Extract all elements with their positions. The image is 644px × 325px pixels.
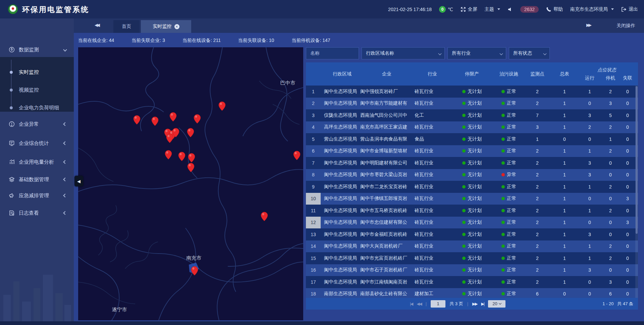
table-cell: 2 — [578, 121, 601, 133]
status-dot-green — [462, 102, 466, 105]
table-row[interactable]: 10阆中生态环境局阆中千佛镇五郎垭页岩砖瓦行业无计划正常21003 — [306, 193, 638, 205]
table-cell: 阆中强锐页岩砖厂 — [360, 86, 413, 98]
sidebar-item-base-data[interactable]: 基础数据管理 — [0, 172, 74, 187]
table-cell: 无计划 — [450, 228, 494, 240]
column-header-company: 企业 — [360, 62, 413, 86]
column-header-stop: 停机 — [601, 74, 620, 86]
alarm-count-badge[interactable]: 2632 — [520, 6, 539, 13]
table-row[interactable]: 2阆中生态环境局阆中市南方节能建材有砖瓦行业无计划正常21030 — [306, 98, 638, 110]
region-select[interactable]: 行政区域名称 — [362, 47, 445, 59]
table-row[interactable]: 3仪陇生态环境局西南油气田分公司川中化工无计划正常71350 — [306, 109, 638, 121]
next-page-icon[interactable]: ▶▶ — [472, 302, 477, 306]
table-cell: 阆中市江南镇阆南页岩 — [360, 276, 413, 288]
status-dot-green — [462, 161, 466, 165]
skyline-watermark — [0, 261, 74, 325]
table-cell: 阆中市二龙长宝页岩砖 — [360, 181, 413, 193]
map-panel[interactable]: 巴中市南充市遂宁市 — [78, 47, 303, 320]
sidebar-item-enterprise-abnormal[interactable]: 企业异常 — [0, 116, 74, 132]
table-row[interactable]: 8阆中生态环境局阆中市枣碧大梁山页岩砖瓦行业无计划异常21300 — [306, 169, 638, 181]
table-row[interactable]: 9阆中生态环境局阆中市二龙长宝页岩砖砖瓦行业无计划正常21120 — [306, 181, 638, 193]
table-cell: 正常 — [494, 217, 524, 229]
table-cell: 正常 — [494, 133, 524, 145]
table-cell: 无计划 — [450, 217, 494, 229]
table-row[interactable]: 17阆中生态环境局阆中市江南镇阆南页岩砖瓦行业无计划正常21030 — [306, 276, 638, 288]
table-cell: 1 — [551, 205, 578, 217]
table-cell: 南部生态环境局 — [321, 288, 360, 298]
table-row[interactable]: 15阆中生态环境局阆中市光富页岩机砖厂砖瓦行业无计划正常21120 — [306, 252, 638, 264]
table-row[interactable]: 5营山生态环境局营山县润丰肉食品有限食品无计划正常10010 — [306, 133, 638, 145]
table-cell: 营山县润丰肉食品有限 — [360, 133, 413, 145]
total-text: 共 47 条 — [617, 301, 633, 306]
fullscreen-button[interactable]: 全屏 — [461, 6, 477, 12]
table-row[interactable]: 7阆中生态环境局阆中明阳建材有限公司砖瓦行业无计划正常21300 — [306, 157, 638, 169]
table-row[interactable]: 4高坪生态环境局南充市高坪区王家店建砖瓦行业无计划正常31220 — [306, 121, 638, 133]
table-cell: 砖瓦行业 — [413, 98, 450, 110]
table-row[interactable]: 14阆中生态环境局阆中大兴页岩机砖厂砖瓦行业无计划正常21120 — [306, 240, 638, 253]
scrollbar-thumb[interactable] — [636, 86, 638, 234]
sidebar-item-power-load-detail[interactable]: 企业电力负荷明细 — [0, 104, 74, 112]
tabs-scroll-right-icon[interactable]: ▶▶ — [586, 22, 590, 28]
page-size-select[interactable]: 20 — [488, 300, 505, 308]
sidebar-item-enterprise-statistics[interactable]: 企业综合统计 — [0, 136, 74, 151]
table-cell: 建材加工 — [413, 288, 450, 298]
table-row[interactable]: 16阆中生态环境局阆中市石子页岩机砖厂砖瓦行业无计划正常21300 — [306, 264, 638, 276]
close-operations-button[interactable]: 关闭操作 — [616, 23, 635, 29]
sidebar-item-data-monitoring[interactable]: 数据监测 — [0, 42, 74, 57]
table-cell: 3 — [620, 217, 635, 229]
sidebar-item-realtime-monitoring[interactable]: 实时监控 — [0, 68, 74, 76]
chevron-left-icon — [63, 194, 67, 197]
org-dropdown[interactable]: 南充市生态环境局 — [570, 6, 614, 12]
table-cell: 阆中市枣碧大梁山页岩 — [360, 169, 413, 181]
industry-select[interactable]: 所有行业 — [447, 47, 506, 59]
table-row[interactable]: 12阆中生态环境局阆中市忠信建材有限公砖瓦行业无计划正常21003 — [306, 217, 638, 229]
table-cell: 16 — [306, 264, 321, 276]
table-cell: 砖瓦行业 — [413, 193, 450, 205]
table-cell: 0 — [601, 193, 620, 205]
range-text: 1 - 20 — [602, 301, 613, 306]
status-select[interactable]: 所有状态 — [509, 47, 550, 59]
sidebar-item-power-analysis[interactable]: 企业用电量分析 — [0, 154, 74, 170]
bullet-dot-icon — [10, 106, 13, 109]
table-cell: 阆中市南方节能建材有 — [360, 98, 413, 110]
sidebar-item-label: 数据监测 — [19, 47, 39, 53]
help-button[interactable]: 帮助 — [546, 6, 563, 12]
name-search-input[interactable]: 名称 — [306, 47, 359, 59]
tab-close-icon[interactable]: ✕ — [174, 24, 179, 29]
table-row[interactable]: 11阆中生态环境局阆中市五马桥页岩机砖砖瓦行业无计划正常21120 — [306, 205, 638, 217]
tabs-scroll-left-icon[interactable]: ◀◀ — [95, 22, 99, 28]
table-row[interactable]: 6阆中生态环境局阆中市金博瑞新型墙材砖瓦行业无计划正常21120 — [306, 145, 638, 157]
table-scrollbar[interactable] — [635, 86, 638, 298]
table-cell: 15 — [306, 252, 321, 264]
logout-button[interactable]: 退出 — [621, 6, 638, 12]
table-cell: 13 — [306, 228, 321, 240]
tab-label: 实时监控 — [153, 23, 172, 30]
sidebar-item-log-view[interactable]: 日志查看 — [0, 205, 74, 221]
table-cell: 2 — [524, 193, 551, 205]
sound-button[interactable] — [507, 7, 513, 12]
table-body: 1阆中生态环境局阆中强锐页岩砖厂砖瓦行业无计划正常211202阆中生态环境局阆中… — [306, 86, 638, 298]
prev-page-icon[interactable]: ◀◀ — [417, 302, 421, 306]
table-cell: 6 — [601, 288, 620, 298]
table-row[interactable]: 1阆中生态环境局阆中强锐页岩砖厂砖瓦行业无计划正常21120 — [306, 86, 638, 98]
status-dot-green — [501, 209, 505, 212]
table-row[interactable]: 13阆中生态环境局阆中市金福旺页岩机砖砖瓦行业无计划正常21300 — [306, 228, 638, 240]
page-number-input[interactable]: 1 — [431, 300, 445, 308]
table-cell: 0 — [620, 264, 635, 276]
theme-dropdown[interactable]: 主题 — [485, 6, 500, 12]
status-dot-green — [501, 233, 505, 236]
sidebar-item-video-monitoring[interactable]: 视频监控 — [0, 86, 74, 94]
table-cell: 阆中生态环境局 — [321, 169, 360, 181]
tab-home[interactable]: 首页 — [113, 20, 140, 33]
first-page-icon[interactable]: |◀ — [410, 302, 413, 306]
table-cell: 阆中生态环境局 — [321, 181, 360, 193]
status-item: 当前失联设备: 10 — [238, 38, 274, 44]
sidebar-item-emergency-reduction[interactable]: 应急减排管理 — [0, 188, 74, 203]
table-cell: 营山生态环境局 — [321, 133, 360, 145]
map-collapse-toggle[interactable]: ◀ — [74, 176, 83, 186]
tab-realtime-monitoring[interactable]: 实时监控 ✕ — [141, 20, 191, 33]
last-page-icon[interactable]: ▶| — [481, 302, 484, 306]
table-cell: 砖瓦行业 — [413, 205, 450, 217]
table-cell: 高坪生态环境局 — [321, 121, 360, 133]
table-row[interactable]: 18南部生态环境局南部县砂化土砖有限公建材加工无计划正常60060 — [306, 288, 638, 298]
status-dot-green — [501, 125, 505, 129]
